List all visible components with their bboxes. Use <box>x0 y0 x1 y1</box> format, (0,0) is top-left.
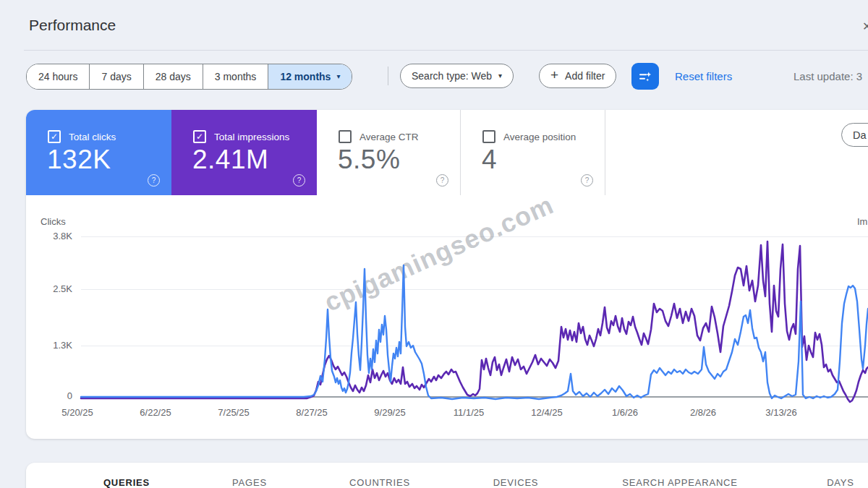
tab-pages[interactable]: PAGES <box>232 477 267 488</box>
series-line-total-impressions <box>81 241 868 402</box>
dimension-tabs-card <box>26 463 868 488</box>
tab-countries[interactable]: COUNTRIES <box>349 477 410 488</box>
tab-queries[interactable]: QUERIES <box>103 477 150 488</box>
tab-devices[interactable]: DEVICES <box>493 477 539 488</box>
tab-search-appearance[interactable]: SEARCH APPEARANCE <box>622 477 738 488</box>
performance-page: Performance ✕ 24 hours 7 days 28 days 3 … <box>0 0 868 488</box>
performance-chart[interactable] <box>0 0 868 488</box>
tab-days[interactable]: DAYS <box>827 477 854 488</box>
